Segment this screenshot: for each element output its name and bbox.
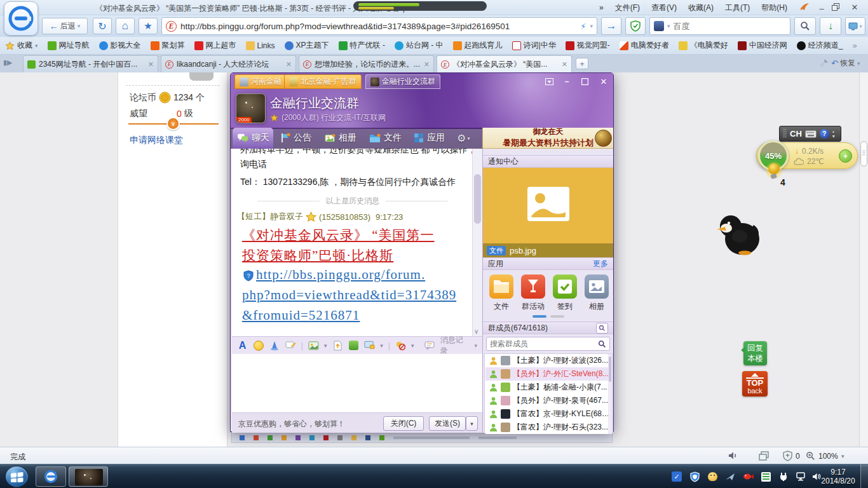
tab-close-icon[interactable]: ✕ <box>562 60 567 69</box>
bookmark-item[interactable]: 网址导航 <box>48 40 90 51</box>
member-search-toggle[interactable] <box>596 323 608 334</box>
tab-close-icon[interactable]: ✕ <box>148 60 154 69</box>
chat-scrollbar-thumb[interactable] <box>474 174 481 224</box>
restore-tabs-button[interactable]: ↶ 恢复 ▾ <box>831 58 860 69</box>
toolbar-tab-album[interactable]: 相册 <box>325 132 356 144</box>
member-row[interactable]: 【员外】沪-理财-泉哥(467... <box>485 394 611 407</box>
tab-close-icon[interactable]: ✕ <box>286 60 292 69</box>
menu-help[interactable]: 帮助(H) <box>756 3 793 13</box>
sender-name[interactable]: 【短工】静音双子 <box>237 211 303 222</box>
reply-floor-button[interactable]: 回复本楼 <box>743 341 767 365</box>
message-input-area[interactable] <box>232 354 482 412</box>
tray-icon-shield[interactable] <box>689 471 700 482</box>
zoom-icon[interactable] <box>806 451 815 463</box>
message-link-line2[interactable]: php?mod=viewthread&tid=3174389 <box>242 287 456 303</box>
tray-icon-fish[interactable] <box>742 471 754 482</box>
member-row[interactable]: 【富农】沪-理财-石头(323... <box>485 421 611 434</box>
clean-brush-icon[interactable] <box>818 58 830 69</box>
apply-course-link[interactable]: 申请网络课堂 <box>130 135 183 146</box>
qq-maximize-button[interactable] <box>578 76 592 86</box>
remote-dropdown-icon[interactable]: ▾ <box>380 342 383 349</box>
restore-window-button[interactable] <box>831 3 843 11</box>
bookmark-item[interactable]: Links <box>246 41 275 50</box>
remote-desktop-button[interactable] <box>364 340 375 351</box>
send-options-button[interactable]: ▾ <box>466 416 478 431</box>
minimize-button[interactable]: – <box>816 4 827 13</box>
expand-chevron-button[interactable]: ∨ <box>166 117 180 130</box>
tab-close-icon[interactable]: ✕ <box>424 60 430 69</box>
antispam-dropdown-icon[interactable]: ▾ <box>411 342 414 349</box>
drag-grip-icon[interactable] <box>783 129 787 139</box>
toolbar-tab-files[interactable]: 文件 <box>369 132 402 144</box>
search-input[interactable] <box>674 22 786 31</box>
scroll-down-icon[interactable]: ∨ <box>474 328 478 335</box>
toolbar-settings[interactable]: ⚙ ▾ <box>457 132 470 144</box>
history-dropdown-icon[interactable]: ▾ <box>475 342 478 349</box>
message-history-button[interactable]: 消息记录 <box>440 335 470 356</box>
notify-center-header[interactable]: 通知中心 <box>483 155 613 168</box>
tray-icon-excel[interactable] <box>760 471 771 482</box>
feedback-wing-icon[interactable] <box>799 3 810 11</box>
back-button[interactable]: ← 后退 ▾ <box>42 18 88 34</box>
search-engine-dropdown-icon[interactable]: ▾ <box>667 23 670 29</box>
tray-icon-manager[interactable]: ✓ <box>671 471 682 482</box>
language-indicator[interactable]: CH <box>790 129 802 139</box>
qq-close-button[interactable]: ✕ <box>597 76 611 86</box>
bookmark-item[interactable]: 视觉同盟- <box>566 40 610 51</box>
apps-pagination[interactable] <box>532 315 564 318</box>
anti-spam-button[interactable] <box>395 340 406 351</box>
qq-tab-finance-active[interactable]: 金融行业交流群 <box>365 74 440 89</box>
search-box[interactable]: ▾ <box>649 17 790 35</box>
tray-icon-pet[interactable] <box>707 471 718 482</box>
back-dropdown-icon[interactable]: ▾ <box>78 23 81 29</box>
shake-window-button[interactable] <box>285 340 296 351</box>
tab-3[interactable]: E 想增加经验，论坛币的进来。... ✕ <box>299 55 434 72</box>
bookmark-item[interactable]: 影视大全 <box>99 40 141 51</box>
bookmark-item[interactable]: 网上超市 <box>194 40 236 51</box>
chat-history-area[interactable]: 外加转单半边，中顿，过价姿贸等疑难杂症也 都 可以操作，咨 询电话 Tel： 1… <box>232 149 482 336</box>
qq-tab-beijing[interactable]: 北京金融-广告群 <box>284 74 362 89</box>
bookmarks-overflow-icon[interactable]: » <box>852 41 857 50</box>
font-button[interactable]: A <box>237 340 248 351</box>
security-status-icon[interactable] <box>783 451 792 463</box>
image-dropdown-icon[interactable]: ▾ <box>324 342 327 349</box>
chat-scrollbar[interactable]: ∨ <box>472 149 482 336</box>
tray-icon-network[interactable] <box>796 471 807 482</box>
cascade-windows-icon[interactable] <box>759 451 769 463</box>
screenshot-button[interactable]: ▾ <box>845 17 865 35</box>
new-tab-button[interactable]: + <box>576 58 588 69</box>
member-list-scrollbar[interactable] <box>608 354 612 434</box>
bookmark-item[interactable]: 起跑线育儿 <box>453 40 503 51</box>
bookmark-item[interactable]: 站台网 - 中 <box>395 40 444 51</box>
address-bar[interactable]: E http://bbs.pinggu.org/forum.php?mod=vi… <box>161 17 597 35</box>
apps-more-link[interactable]: 更多 <box>593 259 608 269</box>
taskbar-browser-button[interactable] <box>36 466 66 487</box>
help-icon[interactable]: ? <box>820 129 829 139</box>
qq-ad-banner[interactable]: 御龙在天 暑期最大资料片扶持计划 <box>482 128 613 149</box>
menu-favorites[interactable]: 收藏(A) <box>682 3 719 13</box>
language-bar[interactable]: CH ? ▪▾ <box>779 126 841 142</box>
forward-button[interactable]: → <box>601 17 621 35</box>
message-link-line1[interactable]: http://bbs.pinggu.org/forum. <box>256 267 425 283</box>
music-share-button[interactable] <box>348 340 359 351</box>
page-dot[interactable] <box>550 315 564 318</box>
qq-rollup-button[interactable] <box>542 76 556 86</box>
app-files[interactable]: 文件 <box>487 274 516 312</box>
start-button[interactable] <box>5 466 29 487</box>
menu-view[interactable]: 查看(V) <box>646 3 682 13</box>
app-checkin[interactable]: 签到 <box>550 274 580 312</box>
lightning-icon[interactable]: ⚡ <box>580 22 586 31</box>
menu-more-icon[interactable]: » <box>593 3 609 12</box>
sidebar-toggle-icon[interactable]: ▮▶ <box>3 58 20 69</box>
url-dropdown-icon[interactable]: ▾ <box>590 23 593 29</box>
close-window-button[interactable]: ✕ <box>849 3 860 12</box>
add-widget-button[interactable]: + <box>839 149 852 163</box>
member-row-selected[interactable]: 【员外】沪-外汇-SteVen(8... <box>485 367 611 381</box>
bookmark-item[interactable]: 《电脑爱好 <box>679 40 728 51</box>
bookmark-favorites[interactable]: 收藏 ▾ <box>5 40 38 51</box>
keyboard-icon[interactable] <box>805 130 817 138</box>
tab-1[interactable]: 2345网址导航 - 开创中国百... ✕ <box>23 55 158 72</box>
zoom-dropdown-icon[interactable]: ▾ <box>841 453 844 459</box>
close-chat-button[interactable]: 关闭(C) <box>383 416 424 431</box>
member-row[interactable]: 【土豪】沪-理财-波波(326... <box>485 354 611 367</box>
